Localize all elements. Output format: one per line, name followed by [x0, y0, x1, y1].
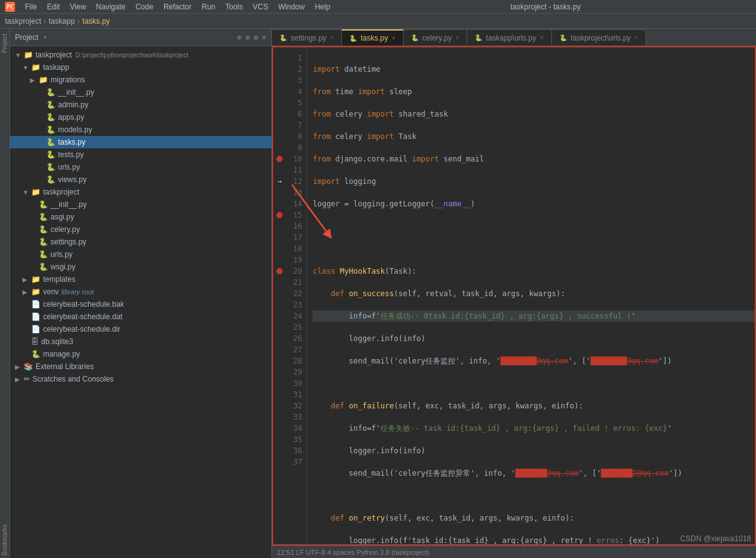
line-numbers: 1 2 3 4 5 6 7 8 9 10 11 12 13 14 15 16 1…: [286, 47, 308, 544]
code-line-5: from django.core.mail import send_mail: [313, 153, 755, 165]
tab-close-tasks[interactable]: ×: [392, 35, 395, 42]
code-editor[interactable]: →: [272, 46, 756, 546]
tab-icon-settings: 🐍: [279, 34, 287, 41]
tree-urls-py-proj[interactable]: 🐍 urls.py: [10, 248, 271, 261]
menu-run[interactable]: Run: [201, 2, 215, 11]
tree-venv[interactable]: ▶ 📁 venv library root: [10, 286, 271, 298]
tab-close-celery[interactable]: ×: [455, 34, 459, 41]
panel-icons: ⊕ ≡ ⚙ ×: [237, 33, 266, 42]
panel-icon-collapse[interactable]: ≡: [245, 33, 250, 42]
code-line-4: from celery import Task: [313, 131, 755, 142]
tree-migrations[interactable]: ▶ 📁 migrations: [10, 74, 271, 86]
gutter-12: →: [274, 176, 284, 187]
menu-file[interactable]: File: [25, 2, 37, 11]
tab-taskapp-urls[interactable]: 🐍 taskapp\urls.py ×: [467, 29, 552, 46]
tab-close-taskproject-urls[interactable]: ×: [634, 34, 638, 41]
breadcrumb-root[interactable]: taskproject: [5, 17, 41, 26]
menu-window[interactable]: Window: [278, 2, 305, 11]
tab-close-settings[interactable]: ×: [330, 34, 334, 41]
side-icon-project[interactable]: Project: [1, 31, 8, 55]
tree-urls-py-app[interactable]: 🐍 urls.py: [10, 161, 271, 173]
code-line-21: def on_retry(self, exc, task_id, args, k…: [313, 512, 755, 524]
tree-init-py[interactable]: 🐍 __init__.py: [10, 86, 271, 99]
menu-code[interactable]: Code: [135, 2, 153, 11]
code-line-19: send_mail('celery任务监控异常', info, '███████…: [313, 468, 755, 479]
menu-view[interactable]: View: [70, 2, 86, 11]
tree-models-py[interactable]: 🐍 models.py: [10, 123, 271, 136]
gutter-7: [274, 120, 284, 131]
gutter-4: [274, 86, 284, 97]
tree-celery-py[interactable]: 🐍 celery.py: [10, 223, 271, 236]
window-title: taskproject - tasks.py: [510, 2, 581, 11]
tab-taskproject-urls[interactable]: 🐍 taskproject\urls.py ×: [552, 29, 647, 46]
gutter-31: [274, 389, 284, 400]
code-area[interactable]: import datetime from time import sleep f…: [308, 47, 755, 544]
menu-tools[interactable]: Tools: [225, 2, 243, 11]
menu-refactor[interactable]: Refactor: [163, 2, 191, 11]
gutter-37: [274, 456, 284, 468]
panel-icon-close[interactable]: ×: [262, 33, 266, 42]
gutter-23: [274, 299, 284, 310]
main-layout: Project Bookmarks Project ▾ ⊕ ≡ ⚙ × ▼ 📁 …: [0, 29, 756, 558]
panel-dropdown[interactable]: ▾: [43, 34, 47, 41]
menu-vcs[interactable]: VCS: [253, 2, 268, 11]
tree-wsgi-py[interactable]: 🐍 wsgi.py: [10, 261, 271, 273]
file-tree: ▼ 📁 taskproject D:\project\pythonproject…: [10, 46, 271, 558]
tree-scratches[interactable]: ▶ ✏ Scratches and Consoles: [10, 373, 271, 385]
gutter-5: [274, 97, 284, 108]
tree-root[interactable]: ▼ 📁 taskproject D:\project\pythonproject…: [10, 49, 271, 61]
gutter-16: [274, 221, 284, 232]
breadcrumb-app[interactable]: taskapp: [49, 17, 75, 26]
tree-views-py[interactable]: 🐍 views.py: [10, 173, 271, 186]
code-line-9: [313, 243, 755, 254]
panel-header: Project ▾ ⊕ ≡ ⚙ ×: [10, 29, 271, 46]
code-line-7: logger = logging.getLogger(__name__): [313, 198, 755, 209]
panel-icon-gear[interactable]: ⚙: [254, 33, 258, 42]
tree-taskproject-sub[interactable]: ▼ 📁 taskproject: [10, 186, 271, 198]
gutter-15: [274, 209, 284, 221]
gutter-28: [274, 355, 284, 367]
tab-settings[interactable]: 🐍 settings.py ×: [272, 29, 342, 46]
breadcrumb-file[interactable]: tasks.py: [82, 17, 110, 26]
tree-celerybeat-bak[interactable]: 📄 celerybeat-schedule.bak: [10, 298, 271, 310]
tree-taskproject-init[interactable]: 🐍 __init__.py: [10, 198, 271, 211]
menu-help[interactable]: Help: [315, 2, 331, 11]
side-icon-bookmarks[interactable]: Bookmarks: [1, 522, 8, 558]
tab-celery[interactable]: 🐍 celery.py ×: [404, 29, 467, 46]
gutter-22: [274, 288, 284, 299]
tree-asgi-py[interactable]: 🐍 asgi.py: [10, 211, 271, 223]
code-line-12: info=f'任务成功-- 0task id:{task_id} , arg:{…: [313, 310, 755, 322]
gutter-30: [274, 378, 284, 389]
tab-tasks[interactable]: 🐍 tasks.py ×: [342, 29, 404, 46]
tree-taskapp[interactable]: ▼ 📁 taskapp: [10, 61, 271, 74]
gutter-27: [274, 344, 284, 355]
tree-tests-py[interactable]: 🐍 tests.py: [10, 148, 271, 161]
tree-settings-py[interactable]: 🐍 settings.py: [10, 236, 271, 248]
tree-manage-py[interactable]: 🐍 manage.py: [10, 348, 271, 360]
code-line-11: def on_success(self, retval, task_id, ar…: [313, 288, 755, 299]
file-tree-panel: Project ▾ ⊕ ≡ ⚙ × ▼ 📁 taskproject D:\pro…: [10, 29, 272, 558]
gutter-2: [274, 64, 284, 75]
status-text: 12:51 LF UTF-8 4 spaces Python 3.8 (task…: [277, 549, 429, 556]
panel-icon-locate[interactable]: ⊕: [237, 33, 241, 42]
tree-celerybeat-dat[interactable]: 📄 celerybeat-schedule.dat: [10, 310, 271, 323]
gutter-8: [274, 131, 284, 142]
tab-icon-taskapp-urls: 🐍: [475, 34, 482, 41]
tree-celerybeat-dir[interactable]: 📄 celerybeat-schedule.dir: [10, 323, 271, 335]
menu-navigate[interactable]: Navigate: [96, 2, 125, 11]
tree-admin-py[interactable]: 🐍 admin.py: [10, 99, 271, 111]
breadcrumb: taskproject › taskapp › tasks.py: [0, 14, 756, 29]
gutter-35: [274, 434, 284, 445]
tree-db-sqlite3[interactable]: 🗄 db.sqlite3: [10, 335, 271, 348]
code-line-18: logger.info(info): [313, 445, 755, 456]
menu-bar: PC File Edit View Navigate Code Refactor…: [0, 0, 756, 14]
tree-external-libs[interactable]: ▶ 📚 External Libraries: [10, 360, 271, 373]
tree-apps-py[interactable]: 🐍 apps.py: [10, 111, 271, 123]
watermark: CSDN @xiejava1018: [680, 534, 751, 543]
menu-edit[interactable]: Edit: [47, 2, 60, 11]
tab-close-taskapp-urls[interactable]: ×: [540, 34, 544, 41]
tree-tasks-py[interactable]: 🐍 tasks.py: [10, 136, 271, 148]
tree-templates[interactable]: ▶ 📁 templates: [10, 273, 271, 286]
gutter-34: [274, 423, 284, 434]
gutter-24: [274, 310, 284, 322]
